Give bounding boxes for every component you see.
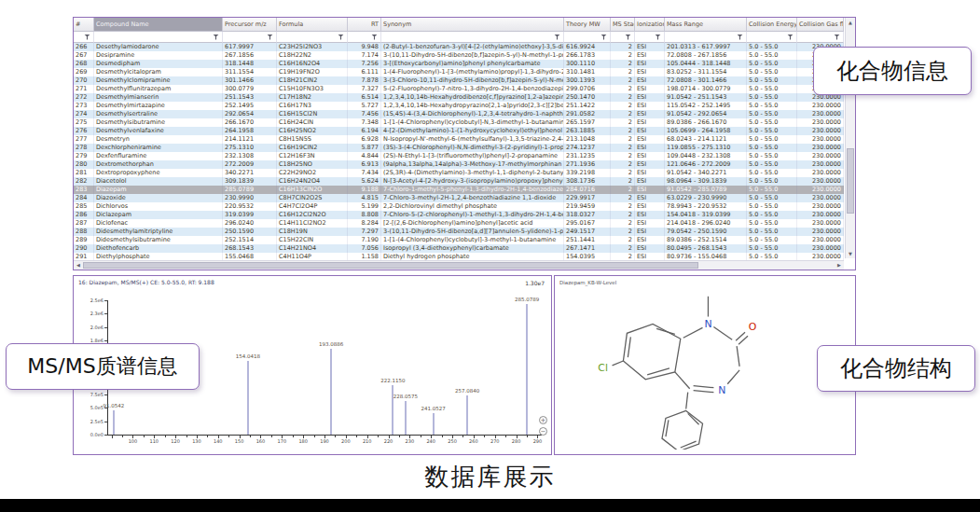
cell-rt: 5.877 (348, 144, 381, 152)
cell-mw: 265.1597 (564, 118, 611, 127)
column-header-formula[interactable]: Formula (277, 18, 348, 32)
table-row[interactable]: 266Desethylamiodarone617.9997C23H25I2NO3… (74, 43, 844, 51)
table-row[interactable]: 290Diethofencarb268.1543C14H21NO47.056Is… (74, 244, 844, 253)
x-axis-tick-label: 250 (443, 438, 462, 444)
table-row[interactable]: 277Desmetryn214.1121C8H15N5S6.928N-Isopr… (74, 135, 844, 144)
x-tick (335, 436, 336, 437)
table-row[interactable]: 286Diclazepam319.0399C16H12Cl2N2O8.8087-… (74, 211, 844, 219)
scroll-left-icon[interactable]: ◀ (74, 261, 83, 270)
column-header-mw[interactable]: Theory MW (564, 18, 611, 32)
cell-rt: 7.056 (348, 244, 381, 253)
horizontal-scrollbar[interactable]: ◀ ▶ (74, 260, 844, 270)
cell-rt: 6.194 (348, 127, 381, 135)
filter-cell-precursor[interactable] (223, 32, 277, 43)
filter-cell-rt[interactable] (348, 32, 381, 43)
filter-icon[interactable] (655, 35, 661, 40)
filter-icon[interactable] (338, 35, 344, 40)
filter-icon[interactable] (267, 35, 273, 40)
table-row[interactable]: 271Desmethylflunitrazepam300.0779C15H10F… (74, 85, 844, 93)
filter-icon[interactable] (371, 35, 378, 40)
filter-icon[interactable] (213, 35, 219, 40)
column-header-rt[interactable]: RT (348, 18, 381, 32)
filter-cell-synonym[interactable] (381, 32, 564, 43)
table-row[interactable]: 268Desmedipham318.1448C16H16N2O47.2563-[… (74, 60, 844, 68)
table-row-selected[interactable]: 283Diazepam285.0789C16H13ClN2O9.1887-Chl… (74, 186, 844, 194)
cell-mw: 231.1235 (564, 152, 611, 160)
filter-cell-formula[interactable] (277, 32, 348, 43)
cell-range: 201.0313 - 617.9997 (665, 43, 747, 51)
table-row[interactable]: 273Desmethylmirtazapine252.1495C16H17N35… (74, 102, 844, 110)
zoom-in-icon[interactable]: + (539, 416, 547, 424)
cell-mw: 616.9924 (564, 43, 611, 51)
filter-cell-mw[interactable] (564, 32, 611, 43)
column-header-precursor[interactable]: Precursor m/z (223, 18, 277, 32)
cell-ce: 5.0 - 55.0 (747, 236, 797, 244)
cell-name: Diclofenac (94, 219, 223, 228)
column-header-synonym[interactable]: Synonym (381, 18, 564, 32)
cell-mw: 263.1885 (564, 127, 611, 135)
cell-ce: 5.0 - 55.0 (747, 211, 797, 219)
filter-icon[interactable] (600, 35, 607, 40)
filter-cell-range[interactable] (665, 32, 747, 43)
filter-cell-ce[interactable] (747, 32, 797, 43)
table-row[interactable]: 289Didesmethylsibutramine252.1514C15H22C… (74, 236, 844, 244)
column-header-stage[interactable]: MS Stage (611, 18, 635, 32)
table-row[interactable]: 278Dexchlorpheniramine275.1310C16H19ClN2… (74, 144, 844, 152)
horizontal-scroll-thumb[interactable] (83, 262, 698, 269)
cell-ion: ESI (635, 127, 665, 135)
filter-icon[interactable] (787, 35, 794, 40)
cell-synonym: 2,2-Dichlorovinyl dimethyl phosphate (381, 202, 564, 211)
table-row[interactable]: 287Diclofenac296.0240C14H11Cl2NO28.284[2… (74, 219, 844, 228)
x-axis-tick-label: 150 (230, 438, 249, 444)
cell-formula: C18H25NO (277, 160, 348, 169)
column-header-name[interactable]: Compound Name (94, 18, 223, 32)
filter-cell-stage[interactable] (611, 32, 635, 43)
cell-num: 284 (74, 194, 94, 202)
filter-cell-name[interactable] (94, 32, 223, 43)
table-row[interactable]: 282Diacetolol309.1839C16H24N2O45.624N-[3… (74, 177, 844, 186)
table-row[interactable]: 281Dextropropoxyphene340.2271C22H29NO27.… (74, 169, 844, 177)
cell-ion: ESI (635, 102, 665, 110)
table-row[interactable]: 274Desmethylsertraline292.0654C16H15Cl2N… (74, 110, 844, 118)
zoom-out-icon[interactable]: − (539, 427, 547, 436)
filter-cell-ion[interactable] (635, 32, 665, 43)
cell-formula: C12H16F3N (277, 152, 348, 160)
vertical-scroll-thumb[interactable] (847, 148, 854, 214)
table-row[interactable]: 276Desmethylvenlafaxine264.1958C16H25NO2… (74, 127, 844, 135)
table-row[interactable]: 275Desmethylsibutramine266.1670C16H24ClN… (74, 118, 844, 127)
structure-callout: 化合物结构 (817, 345, 975, 392)
table-row[interactable]: 272Desmethylmianserin251.1543C17H18N26.5… (74, 93, 844, 102)
cell-precursor: 266.1670 (223, 118, 277, 127)
cell-stage: 2 (611, 169, 635, 177)
table-row[interactable]: 267Desipramine267.1856C18H22N27.1743-(10… (74, 51, 844, 60)
filter-cell-num[interactable] (74, 32, 94, 43)
scroll-right-icon[interactable]: ▶ (835, 261, 844, 270)
filter-icon[interactable] (554, 35, 560, 40)
scroll-up-icon[interactable]: ▲ (846, 18, 855, 27)
table-row[interactable]: 269Desmethylcitalopram311.1554C19H19FN2O… (74, 68, 844, 76)
table-row[interactable]: 285Dichlorvos220.9532C4H7Cl2O4P5.1992,2-… (74, 202, 844, 211)
column-header-num[interactable]: # (74, 18, 94, 32)
filter-icon[interactable] (625, 35, 631, 40)
table-row[interactable]: 288Didesmethylamitriptyline250.1590C18H1… (74, 228, 844, 236)
cell-mw: 318.0327 (564, 211, 611, 219)
compound-grid: #Compound NamePrecursor m/zFormulaRTSyno… (74, 18, 844, 261)
filter-icon[interactable] (84, 35, 90, 40)
cell-synonym: 3-(3-Chloro-10,11-dihydro-5H-dibenzo[b,f… (381, 76, 564, 85)
column-header-range[interactable]: Mass Range (665, 18, 747, 32)
table-row[interactable]: 284Diazoxide230.9990C8H7ClN2O2S4.8157-Ch… (74, 194, 844, 202)
table-row[interactable]: 279Dexfenfluramine232.1308C12H16F3N4.844… (74, 152, 844, 160)
cell-stage: 2 (611, 244, 635, 253)
scroll-down-icon[interactable]: ▼ (846, 249, 855, 258)
table-row[interactable]: 270Desmethylclomipramine301.1466C18H21Cl… (74, 76, 844, 85)
column-header-ce[interactable]: Collision Energy (747, 18, 797, 32)
column-header-ion[interactable]: Ionization (635, 18, 665, 32)
filter-icon[interactable] (834, 35, 840, 40)
cell-rt: 9.188 (348, 186, 381, 194)
filter-cell-gas[interactable] (797, 32, 844, 43)
table-row[interactable]: 280Dextromethorphan272.2009C18H25NO6.913… (74, 160, 844, 169)
filter-icon[interactable] (737, 35, 743, 40)
cell-name: Desipramine (94, 51, 223, 60)
column-header-gas[interactable]: Collision Gas flo (797, 18, 844, 32)
cell-mw: 300.1110 (564, 60, 611, 68)
